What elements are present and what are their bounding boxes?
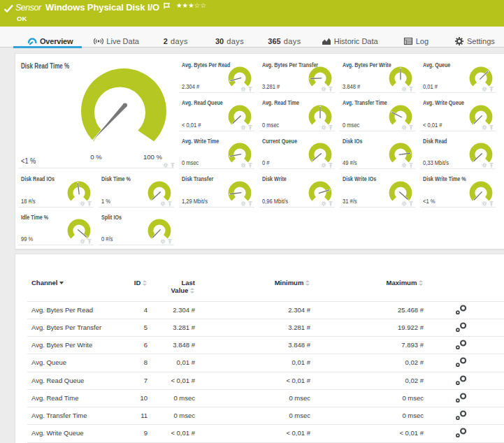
gauge-panel-disk-time: Disk Time %1 % — [96, 174, 176, 212]
page-title[interactable]: Windows Physical Disk I/O — [45, 2, 159, 13]
flag-icon[interactable] — [164, 1, 171, 13]
gauge-icon — [27, 36, 38, 47]
col-header-last-value[interactable]: LastValue — [139, 279, 195, 294]
channel-settings-gears-icon[interactable] — [454, 303, 468, 316]
panel-gear-pin-icons[interactable] — [480, 198, 498, 208]
table-row[interactable]: Avg. Queue80,01 #0,01 #0,02 # — [15, 354, 504, 372]
gauge-title: Idle Time % — [21, 214, 48, 221]
panel-gear-pin-icons[interactable] — [399, 84, 417, 94]
cell-maximum: 0,02 # — [368, 358, 424, 366]
channel-settings-gears-icon[interactable] — [454, 426, 468, 439]
channels-table-card: Channel ID LastValue Minimum Maximum Avg… — [15, 254, 504, 443]
object-kind: Sensor — [15, 3, 41, 13]
gauge-panel-disk-write: Disk Write0,96 Mbit/s — [257, 174, 337, 212]
channel-settings-gears-icon[interactable] — [454, 391, 468, 404]
panel-gear-pin-icons[interactable] — [158, 236, 176, 246]
tab-settings[interactable]: Settings — [442, 27, 502, 48]
cell-maximum: 25.468 # — [368, 306, 424, 314]
row-separator — [27, 389, 504, 390]
panel-gear-pin-icons[interactable] — [78, 236, 96, 246]
gauge-panel-avg-bytes-per-read: Avg. Bytes Per Read2.304 # — [176, 59, 257, 98]
sensor-header: Sensor Windows Physical Disk I/O ★★★☆☆ O… — [0, 0, 504, 27]
cell-channel: Avg. Bytes Per Transfer — [31, 324, 101, 331]
gauge-value: 0 # — [262, 159, 270, 166]
col-header-minimum[interactable]: Minimum — [254, 279, 310, 286]
gauge-panel-avg-queue: Avg. Queue0,01 # — [417, 59, 498, 98]
channel-settings-gears-icon[interactable] — [454, 321, 468, 333]
panel-gear-pin-icons[interactable] — [319, 122, 337, 132]
panel-gear-pin-icons[interactable] — [480, 84, 498, 94]
panel-gear-pin-icons[interactable] — [319, 198, 337, 208]
channel-settings-gears-icon[interactable] — [454, 374, 468, 386]
panel-gear-pin-icons[interactable] — [319, 160, 337, 170]
table-row[interactable]: Avg. Bytes Per Write63.848 #3.848 #7.893… — [15, 336, 504, 354]
table-row[interactable]: Avg. Bytes Per Read42.304 #2.304 #25.468… — [15, 301, 504, 319]
tab-days[interactable]: 365days — [257, 27, 315, 48]
gauge-value: 1,29 Mbit/s — [182, 198, 208, 205]
active-tab-underline — [13, 46, 82, 48]
cell-maximum: 0 msec — [368, 412, 424, 419]
channel-settings-gears-icon[interactable] — [454, 338, 468, 351]
panel-gear-pin-icons[interactable] — [238, 160, 257, 170]
live-icon — [93, 36, 104, 47]
gauge-panel-idle-time: Idle Time %99 % — [15, 212, 96, 250]
tab-days[interactable]: 30days — [201, 27, 257, 48]
table-row[interactable]: Avg. Bytes Per Transfer53.281 #3.281 #19… — [15, 319, 504, 337]
panel-gear-pin-icons[interactable] — [238, 198, 257, 208]
cell-channel: Avg. Read Queue — [31, 377, 84, 384]
gauge-value: 18 #/s — [21, 198, 36, 205]
cell-maximum: 19.922 # — [368, 324, 424, 331]
col-header-maximum[interactable]: Maximum — [368, 279, 424, 286]
panel-gear-pin-icons[interactable] — [78, 198, 96, 208]
tab-log[interactable]: Log — [391, 27, 442, 48]
row-separator — [27, 319, 504, 319]
tab-days[interactable]: 2days — [147, 27, 201, 48]
panel-gear-pin-icons[interactable] — [158, 198, 176, 208]
panel-gear-pin-icons[interactable] — [480, 160, 498, 170]
gauge-title: Avg. Transfer Time — [343, 99, 387, 106]
gauge-title: Disk Read Time % — [21, 61, 69, 70]
priority-stars[interactable]: ★★★☆☆ — [176, 1, 206, 9]
panel-gear-pin-icons[interactable] — [399, 160, 417, 170]
tab-label: Settings — [467, 37, 495, 45]
tab-label: Historic Data — [334, 37, 378, 45]
gauge-title: Avg. Read Time — [262, 99, 299, 106]
stars-filled: ★★★ — [176, 1, 194, 9]
panel-gear-pin-icons[interactable] — [238, 122, 257, 132]
sort-icon[interactable] — [419, 280, 424, 286]
tab-overview[interactable]: Overview — [13, 27, 82, 48]
gauge-title: Avg. Bytes Per Write — [343, 61, 391, 68]
tab-historic-data[interactable]: Historic Data — [310, 27, 392, 48]
panel-gear-pin-icons[interactable] — [480, 122, 498, 132]
tab-label: Overview — [40, 37, 73, 45]
tab-bar: OverviewLive Data2days30days365daysHisto… — [0, 27, 504, 48]
sort-icon[interactable] — [305, 280, 310, 286]
gauge-panel-avg-transfer-time: Avg. Transfer Time0 msec — [337, 98, 417, 136]
tab-live-data[interactable]: Live Data — [80, 27, 147, 48]
channel-settings-gears-icon[interactable] — [454, 356, 468, 368]
col-header-channel[interactable]: Channel — [31, 279, 64, 286]
cell-channel: Avg. Bytes Per Read — [31, 306, 93, 314]
cell-last-value: 0 msec — [139, 412, 195, 419]
panel-gear-pin-icons[interactable] — [319, 84, 337, 94]
status-check-icon — [3, 3, 14, 16]
gauge-title: Avg. Write Time — [182, 138, 219, 145]
cell-channel: Avg. Read Time — [31, 394, 78, 402]
row-separator — [27, 442, 504, 443]
gauge-title: Disk Time % — [101, 175, 131, 182]
table-row[interactable]: Avg. Transfer Time110 msec0 msec0 msec — [15, 407, 504, 425]
gauge-panel-current-queue: Current Queue0 # — [257, 136, 337, 174]
sort-icon[interactable] — [190, 288, 195, 293]
gauge-title: Split IOs — [101, 214, 122, 221]
gauge-value: < 0,01 # — [423, 122, 442, 129]
gauge-value: <1 % — [21, 157, 36, 165]
breadcrumb: Sensor Windows Physical Disk I/O — [15, 2, 159, 13]
table-row[interactable]: Avg. Write Queue9< 0,01 #< 0,01 #< 0,01 … — [15, 424, 504, 442]
panel-gear-pin-icons[interactable] — [399, 198, 417, 208]
table-row[interactable]: Avg. Read Queue7< 0,01 #< 0,01 #0,02 # — [15, 372, 504, 390]
table-row[interactable]: Avg. Read Time100 msec0 msec0 msec — [15, 389, 504, 407]
gauge-value: 0 msec — [262, 122, 279, 129]
channel-settings-gears-icon[interactable] — [454, 409, 468, 421]
panel-gear-pin-icons[interactable] — [399, 122, 417, 132]
panel-gear-pin-icons[interactable] — [238, 84, 257, 94]
